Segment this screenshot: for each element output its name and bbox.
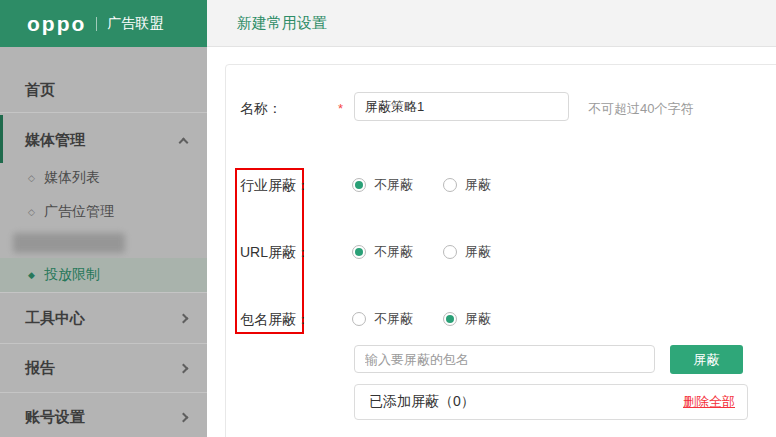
- brand-divider: [96, 17, 97, 31]
- sidebar: 首页 媒体管理 ◇ 媒体列表 ◇ 广告位管理 ◆ 投放限制 工具中心 报告: [0, 47, 207, 437]
- package-name-input[interactable]: [354, 345, 655, 373]
- package-block-label: 包名屏蔽：: [240, 311, 310, 329]
- main-content: 名称： * 不可超过40个字符 行业屏蔽： 不屏蔽 屏蔽 URL屏蔽： 不屏蔽 …: [207, 47, 776, 437]
- page-title: 新建常用设置: [237, 14, 327, 33]
- chevron-right-icon: [179, 412, 189, 422]
- sidebar-item-delivery-restriction[interactable]: ◆ 投放限制: [0, 258, 207, 292]
- radio-label[interactable]: 屏蔽: [465, 176, 491, 194]
- chevron-right-icon: [179, 313, 189, 323]
- name-label: 名称：: [240, 100, 282, 118]
- sidebar-item-label: 媒体列表: [44, 169, 100, 187]
- sidebar-item-home[interactable]: 首页: [0, 73, 207, 107]
- radio-block[interactable]: [443, 245, 457, 259]
- form-card: 名称： * 不可超过40个字符 行业屏蔽： 不屏蔽 屏蔽 URL屏蔽： 不屏蔽 …: [225, 64, 776, 437]
- sidebar-item-ad-slot-management[interactable]: ◇ 广告位管理: [0, 195, 207, 229]
- diamond-outline-icon: ◇: [28, 207, 35, 217]
- sidebar-item-label: 报告: [25, 359, 55, 378]
- chevron-right-icon: [179, 363, 189, 373]
- app-window: oppo 广告联盟 新建常用设置 首页 媒体管理 ◇ 媒体列表 ◇ 广告位管理 …: [0, 0, 776, 437]
- sidebar-item-label: 工具中心: [25, 309, 85, 328]
- url-block-radio-group: 不屏蔽 屏蔽: [352, 243, 491, 261]
- url-block-label: URL屏蔽：: [240, 244, 310, 262]
- sidebar-item-label: 账号设置: [25, 408, 85, 427]
- sidebar-divider: [0, 392, 207, 393]
- sidebar-item-media-list[interactable]: ◇ 媒体列表: [0, 161, 207, 195]
- sidebar-item-label: 媒体管理: [25, 131, 85, 150]
- sidebar-item-account-settings[interactable]: 账号设置: [0, 400, 207, 434]
- radio-block[interactable]: [443, 178, 457, 192]
- name-input[interactable]: [354, 92, 569, 121]
- delete-all-link[interactable]: 删除全部: [683, 393, 735, 411]
- block-button[interactable]: 屏蔽: [670, 345, 743, 374]
- redacted-text: [13, 233, 125, 253]
- brand-header: oppo 广告联盟: [0, 0, 207, 47]
- oppo-logo: oppo: [27, 13, 86, 34]
- radio-block-checked[interactable]: [443, 312, 457, 326]
- sidebar-item-label: 首页: [25, 81, 55, 100]
- sidebar-item-tools-center[interactable]: 工具中心: [0, 301, 207, 335]
- added-blocks-panel: 已添加屏蔽（0） 删除全部: [354, 384, 748, 420]
- brand-product-name: 广告联盟: [107, 15, 163, 33]
- radio-label[interactable]: 不屏蔽: [374, 243, 413, 261]
- sidebar-item-report[interactable]: 报告: [0, 351, 207, 385]
- sidebar-item-media-management[interactable]: 媒体管理: [0, 123, 207, 157]
- sidebar-item-label: 投放限制: [44, 266, 100, 284]
- radio-label[interactable]: 屏蔽: [465, 310, 491, 328]
- name-length-hint: 不可超过40个字符: [588, 100, 693, 118]
- chevron-up-icon: [179, 137, 189, 147]
- topbar: 新建常用设置: [207, 0, 776, 47]
- radio-no-block-checked[interactable]: [352, 245, 366, 259]
- radio-no-block-checked[interactable]: [352, 178, 366, 192]
- sidebar-divider: [0, 292, 207, 293]
- sidebar-divider: [0, 343, 207, 344]
- package-block-radio-group: 不屏蔽 屏蔽: [352, 310, 491, 328]
- diamond-filled-icon: ◆: [28, 270, 35, 280]
- radio-label[interactable]: 屏蔽: [465, 243, 491, 261]
- added-blocks-count: 已添加屏蔽（0）: [369, 393, 475, 411]
- required-asterisk: *: [338, 101, 343, 116]
- radio-no-block[interactable]: [352, 312, 366, 326]
- radio-label[interactable]: 不屏蔽: [374, 176, 413, 194]
- sidebar-item-label: 广告位管理: [44, 203, 114, 221]
- industry-block-label: 行业屏蔽：: [240, 177, 310, 195]
- diamond-outline-icon: ◇: [28, 173, 35, 183]
- industry-block-radio-group: 不屏蔽 屏蔽: [352, 176, 491, 194]
- sidebar-divider: [0, 112, 207, 113]
- radio-label[interactable]: 不屏蔽: [374, 310, 413, 328]
